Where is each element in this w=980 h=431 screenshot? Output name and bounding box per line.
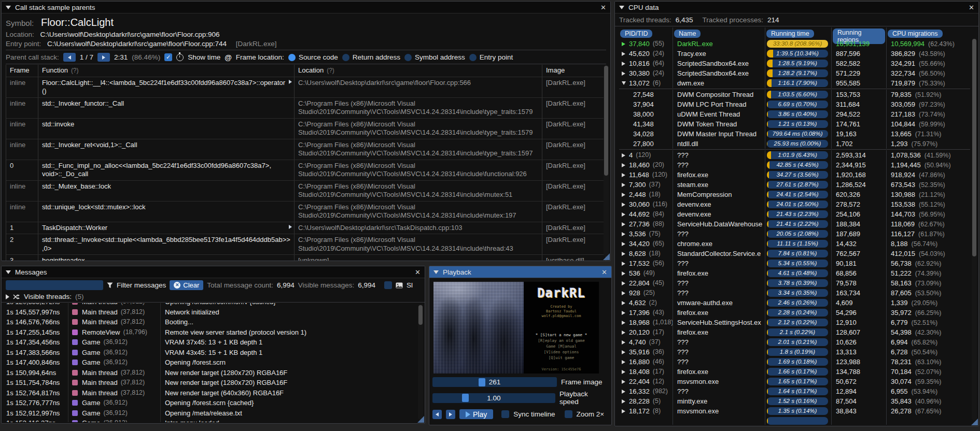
pid-cell[interactable]: 22,404(12) xyxy=(619,377,673,386)
cpu-row[interactable]: 37,840(55)DarkRL.exe33:30.8 (208.96%)16,… xyxy=(619,39,970,49)
show-images-checkbox[interactable] xyxy=(384,281,392,289)
expand-row-icon[interactable] xyxy=(622,62,625,66)
cpu-row[interactable]: 17,532(56)???5.34 s (0.55%)90,18156,738(… xyxy=(619,258,970,268)
prev-frame-button[interactable] xyxy=(432,410,442,419)
scrollbar[interactable] xyxy=(604,65,609,256)
expand-row-icon[interactable] xyxy=(622,42,625,46)
function-cell[interactable]: std::_Invoker_ret<void,1>::_Call xyxy=(38,139,295,160)
cpu-row[interactable]: 38,000uDWM Event Thread3.86 s (0.40%)294… xyxy=(619,109,970,119)
cpu-row[interactable]: 3,536(75)???20.05 s (2.08%)187,689116,12… xyxy=(619,229,970,239)
pid-cell[interactable]: 7,300(37) xyxy=(619,180,673,190)
expand-row-icon[interactable] xyxy=(622,409,625,413)
expand-icon[interactable] xyxy=(6,294,9,299)
expand-row-icon[interactable] xyxy=(622,360,625,364)
cpu-row[interactable]: 4(120)???1:01.9 (6.43%)2,593,3141,078,53… xyxy=(619,150,970,160)
radio-source-code[interactable] xyxy=(288,54,296,61)
scrollbar[interactable] xyxy=(418,304,423,420)
expand-row-icon[interactable] xyxy=(622,232,625,236)
message-row[interactable]: 1s 147,383,566nsGame(36,912)VRAM 43x45: … xyxy=(3,348,416,358)
expand-row-icon[interactable] xyxy=(622,163,625,167)
pid-cell[interactable]: 35,916(36) xyxy=(619,347,673,357)
pid-cell[interactable]: 18,408(17) xyxy=(619,367,673,377)
scrollbar-thumb[interactable] xyxy=(418,305,423,325)
cpu-row[interactable]: 4,740(37)???2.01 s (0.21%)10,6266,994(65… xyxy=(619,337,970,347)
resize-grip[interactable] xyxy=(417,416,424,423)
collapse-icon[interactable] xyxy=(6,6,11,9)
expand-row-icon[interactable] xyxy=(622,222,625,226)
cpu-row[interactable]: 41,348DWM Token Thread1.21 s (0.13%)174,… xyxy=(619,119,970,129)
pid-cell[interactable]: 28,228(5) xyxy=(619,396,673,406)
function-cell[interactable]: std::_Func_impl_no_alloc<<lambda_5bc224f… xyxy=(38,160,295,180)
cpu-row[interactable]: 27,736(88)ServiceHub.DataWarehouse21.41 … xyxy=(619,219,970,229)
collapse-icon[interactable] xyxy=(433,270,439,274)
show-time-checkbox[interactable]: ✓ xyxy=(164,53,172,61)
expand-row-icon[interactable] xyxy=(622,212,625,217)
expand-row-icon[interactable] xyxy=(622,291,625,295)
pid-cell[interactable]: 17,532(56) xyxy=(619,258,673,268)
expand-row-icon[interactable] xyxy=(622,340,625,344)
collapse-row-icon[interactable] xyxy=(622,81,626,85)
cpu-row[interactable]: 8,628(18)StandardCollector.Service.e7.84… xyxy=(619,249,970,258)
pid-cell[interactable]: 4(120) xyxy=(619,150,673,160)
cpu-row[interactable]: 22,804(45)???3.78 s (0.39%)79,57858,163(… xyxy=(619,278,970,288)
cpu-row[interactable]: 16,332(982)???1.64 s (0.17%)12,8946,955(… xyxy=(619,386,970,396)
message-row[interactable]: 1s 150,994,64nsMain thread(37,812)New re… xyxy=(3,368,416,378)
cpu-row[interactable]: 44,692(84)devenv.exe21.43 s (2.23%)254,1… xyxy=(619,209,970,219)
cpu-row[interactable]: 18,408(17)firefox.exe1.66 s (0.17%)134,7… xyxy=(619,367,970,377)
cpu-row[interactable]: 11,648(120)firefox.exe34.27 s (3.56%)1,9… xyxy=(619,170,970,180)
function-cell[interactable]: std::_Mutex_base::lock xyxy=(38,181,295,201)
pid-cell[interactable]: 27,736(88) xyxy=(619,219,673,229)
cpu-row[interactable]: 7,300(37)steam.exe27.61 s (2.87%)1,286,5… xyxy=(619,180,970,190)
cpu-row[interactable]: 34,420(65)chrome.exe11.11 s (1.15%)14,43… xyxy=(619,239,970,249)
next-parent-button[interactable] xyxy=(97,53,110,62)
cpu-row[interactable]: 30,060(116)devenv.exe24.01 s (2.50%)278,… xyxy=(619,199,970,209)
pid-cell[interactable]: 34,420(65) xyxy=(619,239,673,249)
pid-cell[interactable]: 8,628(18) xyxy=(619,249,673,258)
close-icon[interactable]: ✕ xyxy=(600,4,606,11)
function-cell[interactable]: std::_Invoker_functor::_Call xyxy=(38,98,295,118)
function-cell[interactable]: Floor::CalcLight::__l4::<lambda_5bc224f1… xyxy=(38,77,295,97)
pid-cell[interactable]: 18,460(20) xyxy=(619,160,673,170)
expand-row-icon[interactable] xyxy=(622,153,625,157)
resize-grip[interactable] xyxy=(971,419,978,425)
expand-row-icon[interactable] xyxy=(622,380,625,384)
expand-row-icon[interactable] xyxy=(622,281,625,285)
cpu-row[interactable]: 928(25)???3.34 s (0.35%)163,73487,605(53… xyxy=(619,288,970,298)
function-cell[interactable]: TaskDispatch::Worker xyxy=(38,222,295,234)
radio-return-address[interactable] xyxy=(342,54,349,61)
expand-row-icon[interactable] xyxy=(622,262,625,266)
zoom-2x-checkbox[interactable] xyxy=(565,410,572,418)
pid-cell[interactable]: 45,620(24) xyxy=(619,49,673,59)
cpu-row[interactable]: 20,120(17)firefox.exe2.1 s (0.22%)128,60… xyxy=(619,327,970,337)
message-row[interactable]: 1s 152,912,997nsGame(36,912)Opening /met… xyxy=(3,408,416,419)
goto-source-icon[interactable] xyxy=(289,80,292,84)
expand-row-icon[interactable] xyxy=(622,173,625,177)
cpu-row[interactable]: 45,620(24)Tracy.exe1:39.5 (10.34%)887,59… xyxy=(619,49,970,59)
cpu-row[interactable]: 18,460(20)???42.85 s (4.45%)2,344,9151,1… xyxy=(619,160,970,170)
message-row[interactable]: 1s 152,764,817nsMain thread(37,812)New r… xyxy=(3,388,416,398)
cpu-row[interactable]: 4,632(2)vmware-authd.exe2.46 s (0.26%)4,… xyxy=(619,298,970,308)
cpu-row[interactable]: 37,904DWM LPC Port Thread6.69 s (0.70%)3… xyxy=(619,99,970,109)
scrollbar[interactable] xyxy=(972,39,977,421)
message-row[interactable]: 1s 151,754,784nsMain thread(37,812)New r… xyxy=(3,378,416,388)
radio-symbol-address[interactable] xyxy=(404,54,412,61)
message-row[interactable]: 1s 147,354,456nsGame(36,912)VRAM 37x45: … xyxy=(3,337,416,348)
clear-button[interactable]: ✕ Clear xyxy=(170,280,203,290)
cpu-row[interactable]: 536(49)firefox.exe4.61 s (0.48%)68,85651… xyxy=(619,268,970,278)
scrollbar-thumb[interactable] xyxy=(972,39,976,256)
pid-cell[interactable]: 10,816(64) xyxy=(619,59,673,68)
expand-row-icon[interactable] xyxy=(622,331,625,335)
expand-row-icon[interactable] xyxy=(622,390,625,394)
header-pill[interactable]: PID/TID xyxy=(620,30,652,38)
cpu-row[interactable]: 2,448(18)MemCompression24.41 s (2.54%)62… xyxy=(619,190,970,199)
play-button[interactable]: Play xyxy=(459,409,493,419)
pid-cell[interactable]: 22,804(45) xyxy=(619,278,673,288)
pid-cell[interactable]: 11,648(120) xyxy=(619,170,673,180)
frame-image-slider[interactable]: 261 xyxy=(432,377,557,387)
cpu-row[interactable]: 28,228(5)mintty.exe1.52 s (0.16%)87,5043… xyxy=(619,396,970,406)
resize-grip[interactable] xyxy=(603,253,610,260)
message-row[interactable]: 1s 145,557,997nsMain thread(37,812)Netwo… xyxy=(3,307,416,318)
prev-parent-button[interactable] xyxy=(63,53,76,62)
pid-cell[interactable]: 928(25) xyxy=(619,288,673,298)
expand-row-icon[interactable] xyxy=(622,350,625,354)
